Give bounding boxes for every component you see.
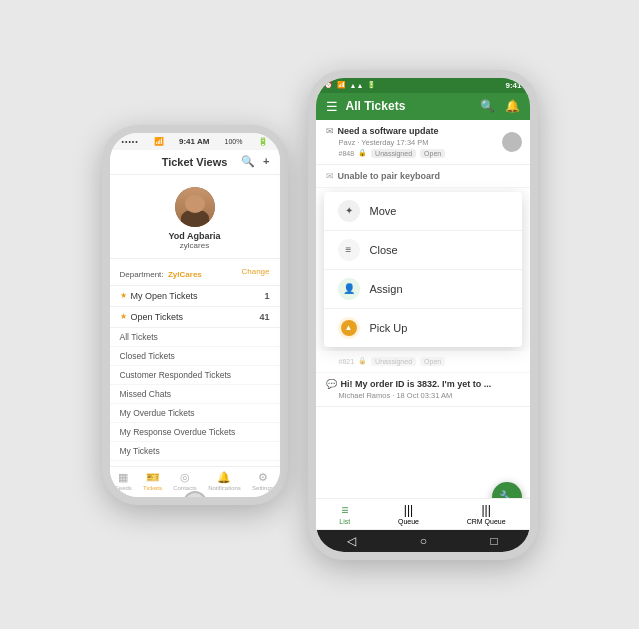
menu-item-label: My Open Tickets	[131, 291, 198, 301]
closed-tickets-item[interactable]: Closed Tickets	[110, 347, 280, 366]
wifi-icon: 📶	[337, 81, 346, 89]
my-tickets-item[interactable]: My Tickets	[110, 442, 280, 461]
tab-bar: ≡ List ||| Queue ||| CRM Queue	[316, 499, 530, 530]
context-assign[interactable]: 👤 Assign	[324, 270, 522, 309]
list-icon: ≡	[341, 503, 348, 517]
ticket-id: #848	[339, 150, 355, 157]
alarm-icon: ⏰	[324, 81, 333, 89]
change-dept-button[interactable]: Change	[241, 267, 269, 276]
left-status-bar: ••••• 📶 9:41 AM 100% 🔋	[110, 133, 280, 150]
right-header: ☰ All Tickets 🔍 🔔	[316, 93, 530, 120]
lock-icon: 🔒	[358, 149, 367, 157]
ticket-title: Hi! My order ID is 3832. I'm yet to ...	[341, 379, 520, 389]
nav-settings[interactable]: ⚙ Settings	[252, 471, 274, 491]
nav-label: Feeds	[115, 485, 132, 491]
all-tickets-item[interactable]: All Tickets	[110, 328, 280, 347]
unassigned-tag: Unassigned	[371, 149, 416, 158]
nav-tickets[interactable]: 🎫 Tickets	[143, 471, 162, 491]
battery-icon: 🔋	[258, 137, 268, 146]
ticket-meta: Pavz · Yesterday 17:34 PM	[326, 138, 520, 147]
close-icon: ≡	[338, 239, 360, 261]
star-icon: ★	[120, 291, 127, 300]
signal-dots: •••••	[122, 138, 139, 145]
nav-feeds[interactable]: ▦ Feeds	[115, 471, 132, 491]
nav-contacts[interactable]: ◎ Contacts	[173, 471, 197, 491]
time-display: 9:41	[505, 81, 521, 90]
ticket-title: Unable to pair keyboard	[338, 171, 520, 181]
android-nav: ◁ ○ □	[316, 530, 530, 552]
context-close[interactable]: ≡ Close	[324, 231, 522, 270]
contacts-icon: ◎	[180, 471, 190, 484]
my-open-tickets-item[interactable]: ★ My Open Tickets 1	[110, 286, 280, 307]
avatar	[175, 187, 215, 227]
nav-label: Settings	[252, 485, 274, 491]
home-icon[interactable]: ○	[420, 534, 427, 548]
menu-list: ★ My Open Tickets 1 ★ Open Tickets 41 Al…	[110, 286, 280, 461]
my-response-overdue-item[interactable]: My Response Overdue Tickets	[110, 423, 280, 442]
tab-queue[interactable]: ||| Queue	[398, 503, 419, 525]
customer-responded-item[interactable]: Customer Responded Tickets	[110, 366, 280, 385]
ticket-item-1[interactable]: ✉ Need a software update Pavz · Yesterda…	[316, 120, 530, 165]
queue-icon: |||	[404, 503, 413, 517]
dept-name: ZylCares	[168, 270, 202, 279]
ticket-user-avatar	[502, 132, 522, 152]
dept-label: Department:	[120, 270, 164, 279]
menu-item-count: 1	[264, 291, 269, 301]
open-tag: Open	[420, 357, 445, 366]
tab-list[interactable]: ≡ List	[339, 503, 350, 525]
ticket-item-hidden[interactable]: #821 🔒 Unassigned Open	[316, 351, 530, 373]
menu-item-count: 41	[259, 312, 269, 322]
open-tag: Open	[420, 149, 445, 158]
search-icon[interactable]: 🔍	[241, 155, 255, 168]
my-overdue-item[interactable]: My Overdue Tickets	[110, 404, 280, 423]
right-phone: ⏰ 📶 ▲▲ 🔋 9:41 ☰ All Tickets 🔍 🔔 ✉ Need a…	[308, 70, 538, 560]
assign-icon: 👤	[338, 278, 360, 300]
back-icon[interactable]: ◁	[347, 534, 356, 548]
context-pickup[interactable]: ▲ Pick Up	[324, 309, 522, 347]
signal-icon: ▲▲	[350, 82, 364, 89]
nav-notifications[interactable]: 🔔 Notifications	[208, 471, 241, 491]
menu-icon[interactable]: ☰	[326, 99, 338, 114]
assign-label: Assign	[370, 283, 403, 295]
envelope-icon: ✉	[326, 126, 334, 136]
pickup-icon: ▲	[338, 317, 360, 339]
ticket-id: #821	[339, 358, 355, 365]
tickets-icon: 🎫	[146, 471, 160, 484]
time-display: 9:41 AM	[179, 137, 209, 146]
tab-label: List	[339, 518, 350, 525]
lock-icon: 🔒	[358, 357, 367, 365]
header-icons: 🔍 +	[241, 155, 269, 168]
bell-icon[interactable]: 🔔	[505, 99, 520, 113]
ticket-meta: Michael Ramos · 18 Oct 03:31 AM	[326, 391, 520, 400]
right-status-bar: ⏰ 📶 ▲▲ 🔋 9:41	[316, 78, 530, 93]
search-icon[interactable]: 🔍	[480, 99, 495, 113]
battery-indicator: 100%	[224, 138, 242, 145]
settings-icon: ⚙	[258, 471, 268, 484]
open-tickets-item[interactable]: ★ Open Tickets 41	[110, 307, 280, 328]
user-name: Yod Agbaria	[168, 231, 220, 241]
feeds-icon: ▦	[118, 471, 128, 484]
tab-label: CRM Queue	[467, 518, 506, 525]
header-icons: 🔍 🔔	[480, 99, 520, 113]
page-title: All Tickets	[346, 99, 472, 113]
add-icon[interactable]: +	[263, 155, 269, 168]
move-icon: ✦	[338, 200, 360, 222]
ticket-title: Need a software update	[338, 126, 520, 136]
ticket-item-bottom[interactable]: 💬 Hi! My order ID is 3832. I'm yet to ..…	[316, 373, 530, 407]
avatar-section: Yod Agbaria zylcares	[110, 175, 280, 258]
tab-crm-queue[interactable]: ||| CRM Queue	[467, 503, 506, 525]
recents-icon[interactable]: □	[491, 534, 498, 548]
ticket-item-2[interactable]: ✉ Unable to pair keyboard	[316, 165, 530, 188]
department-row: Department: ZylCares Change	[110, 258, 280, 286]
left-header: Ticket Views 🔍 +	[110, 150, 280, 175]
notifications-icon: 🔔	[217, 471, 231, 484]
nav-label: Notifications	[208, 485, 241, 491]
chat-icon: 💬	[326, 379, 337, 389]
menu-item-label: Open Tickets	[131, 312, 184, 322]
context-move[interactable]: ✦ Move	[324, 192, 522, 231]
missed-chats-item[interactable]: Missed Chats	[110, 385, 280, 404]
left-phone: ••••• 📶 9:41 AM 100% 🔋 Ticket Views 🔍 + …	[102, 125, 288, 505]
ticket-tags: #848 🔒 Unassigned Open	[326, 149, 520, 158]
close-label: Close	[370, 244, 398, 256]
context-menu: ✦ Move ≡ Close 👤 Assign ▲ Pick Up	[324, 192, 522, 347]
